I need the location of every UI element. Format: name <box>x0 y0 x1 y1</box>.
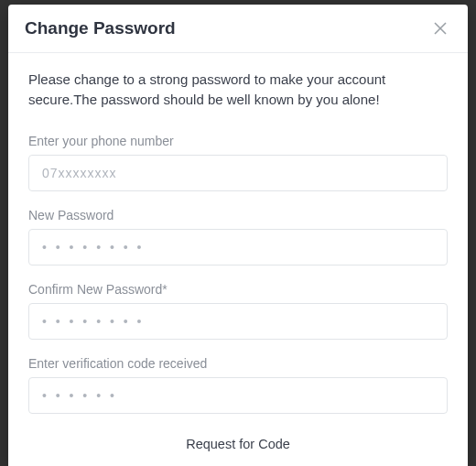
verification-label: Enter verification code received <box>28 356 448 371</box>
new-password-field-group: New Password <box>28 208 448 266</box>
confirm-password-input[interactable] <box>28 303 448 340</box>
confirm-password-field-group: Confirm New Password* <box>28 282 448 340</box>
change-password-modal: Change Password Please change to a stron… <box>8 5 468 466</box>
modal-title: Change Password <box>25 18 176 38</box>
phone-label: Enter your phone number <box>28 134 448 148</box>
new-password-input[interactable] <box>28 229 448 266</box>
phone-input[interactable] <box>28 155 448 191</box>
modal-header: Change Password <box>8 5 468 53</box>
request-code-wrap: Request for Code <box>28 430 448 454</box>
modal-body: Please change to a strong password to ma… <box>8 53 468 466</box>
confirm-password-label: Confirm New Password* <box>28 282 448 297</box>
close-icon <box>433 21 448 36</box>
new-password-label: New Password <box>28 208 448 222</box>
intro-text: Please change to a strong password to ma… <box>28 70 448 110</box>
phone-field-group: Enter your phone number <box>28 134 448 191</box>
verification-input[interactable] <box>28 377 448 414</box>
request-code-link[interactable]: Request for Code <box>186 437 290 451</box>
close-button[interactable] <box>429 17 451 39</box>
verification-field-group: Enter verification code received <box>28 356 448 414</box>
